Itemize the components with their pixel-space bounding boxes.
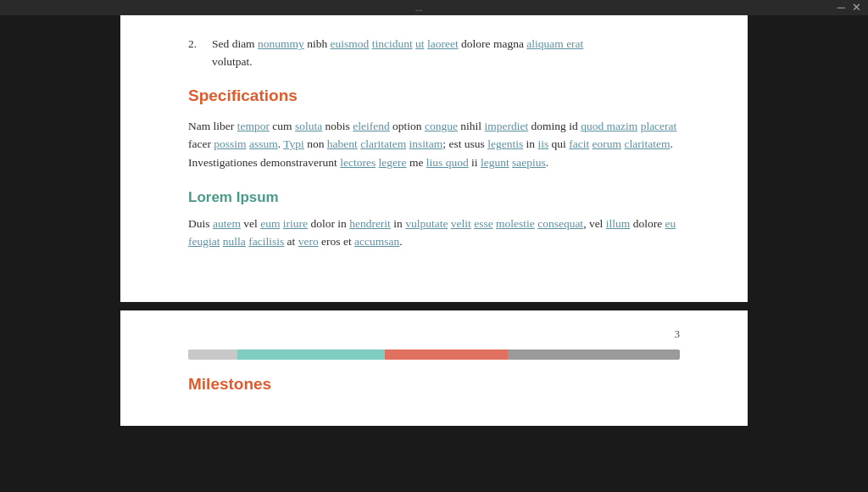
progress-segment-gray-light [188, 349, 237, 360]
link-consequat[interactable]: consequat [537, 217, 583, 230]
link-saepius[interactable]: saepius [512, 156, 546, 169]
link-eu[interactable]: eu [665, 217, 676, 230]
link-legere[interactable]: legere [379, 156, 407, 169]
link-lius-quod[interactable]: lius quod [426, 156, 469, 169]
link-legunt[interactable]: legunt [481, 156, 509, 169]
link-insitam[interactable]: insitam [409, 137, 443, 150]
minimize-icon[interactable]: ─ [837, 1, 845, 14]
link-imperdiet[interactable]: imperdiet [485, 120, 529, 132]
link-velit[interactable]: velit [451, 217, 471, 230]
specifications-heading: Specifications [188, 87, 680, 105]
link-congue[interactable]: congue [425, 120, 458, 132]
link-soluta[interactable]: soluta [295, 120, 322, 132]
link-typi[interactable]: Typi [283, 137, 304, 150]
link-lectores[interactable]: lectores [340, 156, 376, 169]
link-quod-mazim[interactable]: quod mazim [581, 120, 637, 132]
link-euismod[interactable]: euismod [331, 37, 370, 50]
link-tempor[interactable]: tempor [237, 120, 270, 132]
progress-segment-orange [385, 349, 508, 360]
link-legentis[interactable]: legentis [487, 137, 523, 150]
close-icon[interactable]: ✕ [852, 1, 861, 14]
link-habent[interactable]: habent [327, 137, 358, 150]
link-possim[interactable]: possim [214, 137, 246, 150]
link-facit[interactable]: facit [569, 137, 589, 150]
link-molestie[interactable]: molestie [496, 217, 535, 230]
page-1: 2. Sed diam nonummy nibh euismod tincidu… [120, 15, 748, 302]
link-illum[interactable]: illum [606, 217, 631, 230]
link-feugiat[interactable]: feugiat [188, 235, 220, 248]
link-esse[interactable]: esse [474, 217, 493, 230]
numbered-item-2: 2. Sed diam nonummy nibh euismod tincidu… [188, 36, 680, 71]
link-tincidunt[interactable]: tincidunt [372, 37, 413, 50]
pages-container: 2. Sed diam nonummy nibh euismod tincidu… [0, 15, 868, 492]
link-aliquam-erat[interactable]: aliquam erat [526, 37, 583, 50]
page-number: 3 [675, 327, 681, 341]
link-nonummy[interactable]: nonummy [258, 37, 304, 50]
lorem-heading: Lorem Ipsum [188, 189, 680, 206]
link-autem[interactable]: autem [213, 217, 241, 230]
link-vulputate[interactable]: vulputate [405, 217, 448, 230]
progress-segment-gray-dark [508, 349, 680, 360]
ellipsis-indicator: ... [415, 3, 422, 13]
link-eorum[interactable]: eorum [593, 137, 622, 150]
milestones-heading: Milestones [188, 375, 680, 394]
item-number: 2. [188, 36, 205, 71]
lorem-body: Duis autem vel eum iriure dolor in hendr… [188, 215, 680, 251]
link-claritatem2[interactable]: claritatem [624, 137, 670, 150]
page-number-row: 3 [188, 327, 680, 341]
link-hendrerit[interactable]: hendrerit [349, 217, 391, 230]
link-facilisis[interactable]: facilisis [248, 235, 284, 248]
link-assum[interactable]: assum [249, 137, 278, 150]
link-nulla[interactable]: nulla [223, 235, 246, 248]
link-claritatem[interactable]: claritatem [360, 137, 406, 150]
link-eum[interactable]: eum [260, 217, 280, 230]
link-accumsan[interactable]: accumsan [354, 235, 399, 248]
progress-segment-teal [237, 349, 385, 360]
link-iis[interactable]: iis [537, 137, 548, 150]
link-iriure[interactable]: iriure [283, 217, 308, 230]
item-text: Sed diam nonummy nibh euismod tincidunt … [212, 36, 583, 71]
progress-bar [188, 349, 680, 360]
page-2: 3 Milestones [120, 310, 748, 426]
link-placerat[interactable]: placerat [641, 120, 677, 132]
link-ut[interactable]: ut [415, 37, 425, 50]
link-vero[interactable]: vero [298, 235, 319, 248]
link-laoreet[interactable]: laoreet [427, 37, 459, 50]
specifications-body: Nam liber tempor cum soluta nobis eleife… [188, 117, 680, 172]
link-eleifend[interactable]: eleifend [353, 120, 389, 132]
top-bar: ... ─ ✕ [0, 0, 868, 15]
